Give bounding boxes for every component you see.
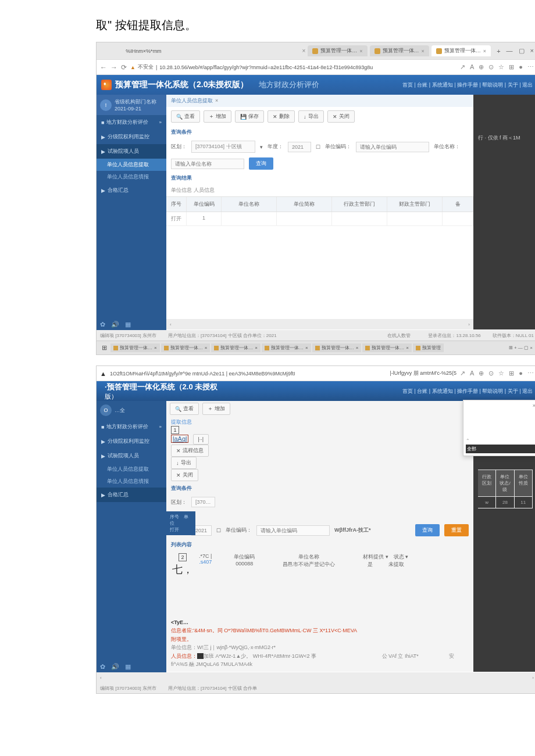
- sidebar-item[interactable]: ▶ 合格汇总: [97, 488, 166, 502]
- view-button[interactable]: 🔍 查看: [171, 110, 200, 123]
- dropdown-icon[interactable]: ▾: [260, 144, 263, 150]
- sidebar-item[interactable]: ▶ 分级院权利用监控: [97, 130, 166, 144]
- help-icon[interactable]: ▦: [125, 663, 131, 671]
- sound-icon[interactable]: 🔊: [111, 321, 119, 328]
- ext-icon[interactable]: ⊞: [509, 370, 514, 377]
- settings-icon[interactable]: ✿: [100, 663, 105, 671]
- forward-icon[interactable]: →: [110, 63, 117, 71]
- sidebar-item[interactable]: ▶ 合格汇总: [97, 183, 166, 198]
- sidebar-subitem-extract[interactable]: 单位人员信息提取: [97, 159, 166, 171]
- profile-icon[interactable]: ●: [519, 370, 523, 377]
- share-icon[interactable]: ↗: [460, 63, 465, 71]
- back-icon[interactable]: ←: [100, 63, 107, 71]
- close-icon[interactable]: ×: [215, 98, 218, 103]
- district-input[interactable]: [370734104] 十区镇: [191, 141, 255, 153]
- close-button[interactable]: ✕ 关闭: [327, 110, 355, 123]
- settings-icon[interactable]: ✿: [100, 321, 105, 328]
- favorite-icon[interactable]: ☆: [498, 63, 504, 71]
- extract-link[interactable]: laAql: [171, 435, 188, 443]
- sound-icon[interactable]: 🔊: [111, 663, 119, 671]
- help-icon[interactable]: ▦: [125, 321, 131, 328]
- taskbar-tab[interactable]: 预算管理一体…×: [312, 343, 362, 352]
- share-icon[interactable]: ↗: [460, 370, 465, 377]
- header-links[interactable]: 首页 | 台账 | 系统通知 | 操作手册 | 帮助说明 | 关于 | 退出: [402, 388, 533, 395]
- ext-icon[interactable]: ⊞: [509, 63, 514, 71]
- unit-code-input[interactable]: [256, 525, 330, 536]
- zoom-icon[interactable]: ⊕: [479, 370, 484, 377]
- taskbar-tab[interactable]: 预算管理一体…×: [161, 343, 211, 352]
- col-val[interactable]: .s407: [199, 559, 212, 565]
- taskbar-tab[interactable]: 预算管理一体…×: [262, 343, 311, 352]
- close-icon[interactable]: ×: [530, 47, 534, 55]
- year-input[interactable]: 2021: [288, 142, 311, 152]
- url-input[interactable]: 1O2ft1OM%aH\\/4pf\1tM/gyfy/#^9e mtnUd-A2…: [110, 371, 387, 377]
- new-tab-icon[interactable]: +: [514, 345, 517, 350]
- sidebar-item[interactable]: ▶ 试验院项人员: [97, 144, 166, 159]
- tab-close-icon[interactable]: ×: [422, 48, 425, 54]
- url-input[interactable]: ▲不安全 | 10.28.10.56/web/#/app/flac/gyy/gh…: [130, 63, 456, 71]
- sidebar-subitem-fill[interactable]: 单位人员信息填报: [97, 171, 166, 183]
- add-button[interactable]: ＋ 增加: [202, 403, 230, 415]
- delete-button[interactable]: ✕ 删除: [268, 110, 295, 123]
- taskbar-tab[interactable]: 预算管理一体…×: [362, 343, 412, 352]
- result-tabs[interactable]: 单位信息 人员信息: [166, 184, 473, 196]
- tab-close-icon[interactable]: ×: [483, 48, 486, 54]
- start-icon[interactable]: ⊞: [99, 343, 109, 353]
- zoom-icon[interactable]: ⊕: [479, 63, 484, 71]
- taskbar-tab[interactable]: 预算管理: [413, 343, 444, 352]
- sidebar-subitem[interactable]: 单位人员信息提取: [97, 463, 166, 475]
- tray-icon[interactable]: ⊞: [509, 345, 513, 350]
- header-links[interactable]: 首页 | 台账 | 系统通知 | 操作手册 | 帮助说明 | 关于 | 退出: [402, 81, 533, 89]
- favorite-icon[interactable]: ☆: [498, 370, 504, 377]
- sidebar-subitem[interactable]: 单位人员信息填报: [97, 475, 166, 488]
- browser-tab[interactable]: 预算管理一体…×: [431, 45, 491, 56]
- scroll-up-icon[interactable]: ⌃: [466, 438, 470, 443]
- browser-tab[interactable]: 预算管理一体…×: [370, 45, 429, 56]
- query-button[interactable]: 查询: [249, 157, 273, 170]
- sidebar-item[interactable]: ■ 地方财政分析评价»: [97, 115, 166, 130]
- reload-icon[interactable]: ⟳: [121, 63, 127, 71]
- translate-icon[interactable]: ⊙: [488, 63, 494, 71]
- view-button[interactable]: 🔍 查看: [170, 403, 199, 415]
- menu-icon[interactable]: ⋯: [527, 63, 534, 71]
- dropdown-icon[interactable]: ▾: [405, 554, 408, 560]
- reset-button[interactable]: 重置: [444, 524, 469, 536]
- close-icon[interactable]: ×: [530, 345, 533, 350]
- export-button[interactable]: ↓ 导出: [171, 457, 197, 469]
- calendar-icon[interactable]: ☐: [316, 144, 320, 150]
- tab-close-icon[interactable]: ×: [302, 48, 305, 54]
- menu-icon[interactable]: ⋯: [527, 370, 534, 377]
- scroll-right-icon[interactable]: ›: [532, 675, 534, 680]
- calendar-icon[interactable]: ☐: [216, 528, 221, 533]
- browser-tab[interactable]: 预算管理一体…×: [308, 45, 367, 56]
- minimize-icon[interactable]: —: [518, 345, 523, 350]
- district-input[interactable]: [370…: [191, 497, 215, 507]
- scroll-left-icon[interactable]: ‹: [100, 675, 102, 680]
- tab-close-icon[interactable]: ×: [359, 48, 362, 54]
- export-button[interactable]: ↓ 导出: [298, 110, 324, 123]
- table-row[interactable]: 打开 1: [166, 212, 473, 226]
- minimize-icon[interactable]: —: [507, 47, 513, 55]
- scroll-left-icon[interactable]: ‹: [170, 322, 172, 327]
- query-button[interactable]: 查询: [415, 524, 440, 536]
- maximize-icon[interactable]: ▢: [519, 47, 525, 55]
- btn[interactable]: |··|: [193, 434, 209, 445]
- maximize-icon[interactable]: ▢: [524, 345, 529, 350]
- flow-button[interactable]: ✕ 流程信息: [171, 445, 209, 457]
- breadcrumb-tab[interactable]: 单位人员信息提取×: [166, 95, 473, 107]
- reader-icon[interactable]: A: [470, 63, 474, 71]
- sidebar-item[interactable]: ▶ 试验院项人员: [97, 449, 166, 463]
- new-tab-icon[interactable]: +: [493, 48, 504, 55]
- unit-code-input[interactable]: [356, 142, 429, 152]
- taskbar-tab[interactable]: 预算管理一体…×: [110, 343, 160, 352]
- reader-icon[interactable]: A: [470, 370, 474, 377]
- dropdown-icon[interactable]: ▾: [386, 554, 388, 560]
- close-button[interactable]: ✕ 关闭: [171, 469, 198, 481]
- scroll-right-icon[interactable]: ›: [468, 322, 470, 327]
- unit-name-input[interactable]: [171, 159, 244, 169]
- save-button[interactable]: 💾 保存: [235, 110, 264, 123]
- profile-icon[interactable]: ●: [519, 63, 523, 71]
- close-icon[interactable]: ×: [533, 403, 535, 409]
- sidebar-item[interactable]: ■ 地方财政分析评价»: [97, 420, 166, 434]
- taskbar-tab[interactable]: 预算管理一体…×: [211, 343, 261, 352]
